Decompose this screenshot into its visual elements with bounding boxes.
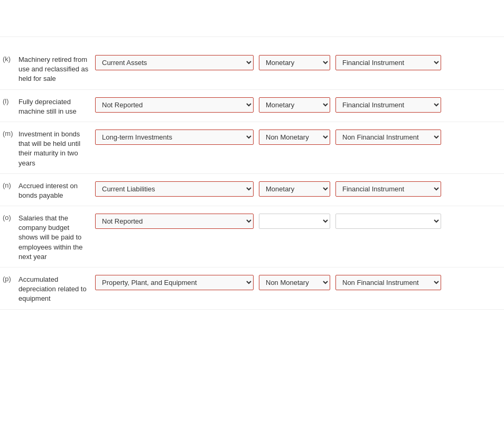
description-m: Investment in bonds that will be held un… bbox=[18, 127, 95, 168]
main-table bbox=[0, 0, 504, 42]
row-n: (n)Accrued interest on bonds payableCurr… bbox=[0, 174, 504, 206]
select2-m[interactable]: MonetaryNon Monetary bbox=[259, 130, 330, 145]
select2-n[interactable]: MonetaryNon Monetary bbox=[259, 181, 330, 197]
select3-m[interactable]: Financial InstrumentNon Financial Instru… bbox=[335, 130, 441, 145]
row-m: (m)Investment in bonds that will be held… bbox=[0, 122, 504, 174]
letter-p: (p) bbox=[0, 273, 18, 283]
select1-l[interactable]: Current AssetsNon-current AssetsCurrent … bbox=[95, 97, 254, 113]
intro-select2-spacer bbox=[251, 11, 328, 13]
select1-o[interactable]: Current AssetsNon-current AssetsCurrent … bbox=[95, 214, 254, 229]
select2-p[interactable]: MonetaryNon Monetary bbox=[259, 275, 330, 290]
letter-o: (o) bbox=[0, 211, 18, 221]
select1-m[interactable]: Current AssetsNon-current AssetsCurrent … bbox=[95, 130, 254, 145]
select3-k[interactable]: Financial InstrumentNon Financial Instru… bbox=[335, 55, 441, 70]
description-k: Machinery retired from use and reclassif… bbox=[18, 53, 95, 84]
intro-text bbox=[18, 11, 87, 13]
description-n: Accrued interest on bonds payable bbox=[18, 179, 95, 200]
intro-select1-spacer bbox=[87, 11, 251, 13]
select1-p[interactable]: Current AssetsNon-current AssetsCurrent … bbox=[95, 275, 254, 290]
row-k: (k)Machinery retired from use and reclas… bbox=[0, 48, 504, 90]
rows-container: (k)Machinery retired from use and reclas… bbox=[0, 42, 504, 315]
letter-l: (l) bbox=[0, 95, 18, 105]
description-o: Salaries that the company budget shows w… bbox=[18, 211, 95, 262]
intro-letter bbox=[0, 11, 18, 13]
select2-k[interactable]: MonetaryNon Monetary bbox=[259, 55, 330, 70]
letter-k: (k) bbox=[0, 53, 18, 63]
select2-l[interactable]: MonetaryNon Monetary bbox=[259, 97, 330, 113]
description-l: Fully depreciated machine still in use bbox=[18, 95, 95, 116]
select2-o[interactable]: MonetaryNon Monetary bbox=[259, 214, 330, 229]
select3-o[interactable]: Financial InstrumentNon Financial Instru… bbox=[335, 214, 441, 229]
select1-k[interactable]: Current AssetsNon-current AssetsCurrent … bbox=[95, 55, 254, 70]
select1-n[interactable]: Current AssetsNon-current AssetsCurrent … bbox=[95, 181, 254, 197]
row-o: (o)Salaries that the company budget show… bbox=[0, 206, 504, 267]
description-p: Accumulated depreciation related to equi… bbox=[18, 273, 95, 304]
select3-l[interactable]: Financial InstrumentNon Financial Instru… bbox=[335, 97, 441, 113]
select3-n[interactable]: Financial InstrumentNon Financial Instru… bbox=[335, 181, 441, 197]
select3-p[interactable]: Financial InstrumentNon Financial Instru… bbox=[335, 275, 441, 290]
intro-select3-spacer bbox=[328, 11, 433, 13]
letter-n: (n) bbox=[0, 179, 18, 189]
row-p: (p)Accumulated depreciation related to e… bbox=[0, 267, 504, 310]
row-l: (l)Fully depreciated machine still in us… bbox=[0, 90, 504, 122]
letter-m: (m) bbox=[0, 127, 18, 137]
intro-row bbox=[0, 5, 504, 37]
